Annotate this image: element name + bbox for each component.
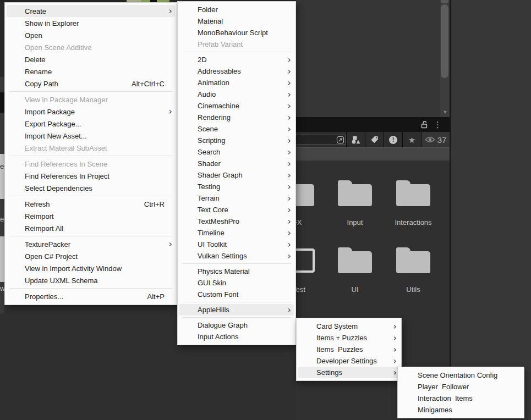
menu-item-testing[interactable]: Testing› [178, 181, 295, 192]
search-input[interactable] [296, 135, 346, 145]
menu-item-settings[interactable]: Settings› [298, 367, 399, 378]
exclamation-icon: ! [389, 136, 397, 144]
menu-separator [9, 156, 172, 156]
menu-item-label: MonoBehaviour Script [198, 29, 291, 37]
menu-item-select-dependencies[interactable]: Select Dependencies [5, 182, 177, 194]
menu-item-textmeshpro[interactable]: TextMeshPro› [178, 215, 295, 227]
menu-item-scene[interactable]: Scene› [178, 123, 295, 135]
menu-item-monobehaviour-script[interactable]: MonoBehaviour Script [178, 27, 295, 38]
menu-item-player-follower[interactable]: Player Follower [398, 381, 524, 393]
menu-item-open[interactable]: Open [5, 29, 177, 41]
tag-icon [370, 136, 379, 144]
submenu-arrow-icon: › [391, 322, 397, 331]
menu-item-label: Card System [316, 322, 389, 330]
filter-by-label-button[interactable] [365, 132, 384, 147]
menu-item-items-puzzles[interactable]: Items Puzzles› [297, 344, 401, 355]
clipped-text: e [0, 215, 4, 223]
filter-by-type-button[interactable] [347, 132, 365, 147]
menu-item-find-references-in-scene: Find References In Scene [5, 158, 177, 170]
menu-item-animation[interactable]: Animation› [178, 77, 295, 89]
menu-item-label: Find References In Scene [25, 160, 172, 168]
menu-item-cinemachine[interactable]: Cinemachine› [178, 100, 295, 112]
menu-item-update-uxml-schema[interactable]: Update UXML Schema [5, 274, 177, 286]
menu-item-dialogue-graph[interactable]: Dialogue Graph [178, 319, 295, 331]
menu-item-shader-graph[interactable]: Shader Graph› [178, 169, 295, 181]
applehills-submenu: Card System›Items + Puzzles›Items Puzzle… [296, 318, 402, 381]
menu-item-create[interactable]: Create› [7, 5, 175, 17]
submenu-arrow-icon: › [286, 171, 291, 180]
menu-item-items-puzzles[interactable]: Items + Puzzles› [297, 332, 401, 344]
console-filter-button[interactable]: ! [384, 132, 402, 147]
menu-item-copy-path[interactable]: Copy PathAlt+Ctrl+C [5, 78, 177, 90]
kebab-menu-icon[interactable]: ⋮ [434, 120, 442, 129]
visible-count: 37 [437, 135, 447, 145]
menu-item-input-actions[interactable]: Input Actions [178, 331, 295, 342]
menu-item-label: Update UXML Schema [25, 277, 172, 285]
menu-item-terrain[interactable]: Terrain› [178, 192, 295, 204]
menu-item-folder[interactable]: Folder [178, 4, 295, 15]
menu-item-rename[interactable]: Rename [5, 65, 177, 78]
menu-item-search[interactable]: Search› [178, 146, 295, 158]
menu-item-label: Cinemachine [198, 102, 283, 110]
favorites-button[interactable]: ★ [403, 132, 421, 147]
menu-item-view-in-import-activity-window[interactable]: View in Import Activity Window [5, 262, 177, 274]
menu-item-import-package[interactable]: Import Package› [5, 106, 177, 118]
menu-item-minigames[interactable]: Minigames [398, 404, 524, 416]
submenu-arrow-icon: › [286, 252, 291, 261]
open-in-new-icon[interactable] [336, 136, 344, 144]
menu-item-timeline[interactable]: Timeline› [178, 227, 295, 239]
menu-item-audio[interactable]: Audio› [178, 89, 295, 100]
folder-input[interactable] [338, 180, 372, 206]
menu-item-applehills[interactable]: AppleHills› [179, 304, 294, 316]
menu-item-scene-orientation-config[interactable]: Scene Orientation Config [398, 369, 524, 381]
scrollbar-down-button[interactable]: ▼ [442, 109, 448, 115]
menu-item-properties[interactable]: Properties...Alt+P [5, 290, 177, 302]
clipped-text: w [0, 285, 4, 292]
menu-item-label: Rename [25, 68, 172, 76]
menu-item-refresh[interactable]: RefreshCtrl+R [5, 198, 177, 210]
submenu-arrow-icon: › [286, 56, 291, 64]
menu-item-label: Physics Material [198, 267, 291, 275]
menu-item-physics-material[interactable]: Physics Material [178, 266, 295, 277]
menu-item-reimport[interactable]: Reimport [5, 210, 177, 222]
visible-items-counter[interactable]: 37 [421, 132, 450, 147]
menu-item-vulkan-settings[interactable]: Vulkan Settings› [178, 250, 295, 262]
menu-item-custom-font[interactable]: Custom Font [178, 289, 295, 300]
menu-item-find-references-in-project[interactable]: Find References In Project [5, 170, 177, 182]
menu-item-delete[interactable]: Delete [5, 53, 177, 65]
menu-item-extract-material-subasset: Extract Material SubAsset [5, 142, 177, 154]
filter-by-type-icon [352, 136, 360, 144]
menu-item-texturepacker[interactable]: TexturePacker› [5, 238, 177, 250]
submenu-arrow-icon: › [391, 334, 397, 342]
menu-item-label: Open Scene Additive [25, 43, 172, 52]
menu-item-label: Export Package... [25, 120, 172, 128]
menu-item-text-core[interactable]: Text Core› [178, 204, 295, 215]
menu-item-scripting[interactable]: Scripting› [178, 135, 295, 146]
menu-item-shader[interactable]: Shader› [178, 158, 295, 169]
menu-item-interaction-items[interactable]: Interaction Items [398, 393, 524, 404]
menu-item-export-package[interactable]: Export Package... [5, 118, 177, 130]
menu-item-developer-settings[interactable]: Developer Settings› [297, 355, 401, 367]
menu-item-label: Properties... [25, 292, 136, 301]
submenu-arrow-icon: › [391, 357, 397, 366]
menu-item-label: Refresh [25, 200, 133, 208]
menu-item-addressables[interactable]: Addressables› [178, 65, 295, 77]
menu-item-rendering[interactable]: Rendering› [178, 112, 295, 123]
menu-item-ui-toolkit[interactable]: UI Toolkit› [178, 239, 295, 250]
unlocked-icon[interactable] [421, 120, 428, 129]
menu-item-import-new-asset[interactable]: Import New Asset... [5, 130, 177, 142]
menu-item-material[interactable]: Material [178, 15, 295, 27]
menu-item-show-in-explorer[interactable]: Show in Explorer [5, 17, 177, 29]
folder-interactions[interactable] [396, 180, 430, 206]
menu-item-label: Custom Font [198, 290, 291, 299]
menu-item-open-c-project[interactable]: Open C# Project [5, 250, 177, 262]
folder-ui[interactable] [338, 247, 372, 273]
menu-item-2d[interactable]: 2D› [178, 54, 295, 65]
menu-item-gui-skin[interactable]: GUI Skin [178, 277, 295, 289]
menu-item-label: Player Follower [418, 383, 519, 391]
menu-item-reimport-all[interactable]: Reimport All [5, 222, 177, 234]
folder-label: Input [322, 218, 388, 226]
folder-utils[interactable] [396, 247, 430, 273]
scrollbar-thumb[interactable] [441, 4, 448, 78]
menu-item-card-system[interactable]: Card System› [297, 320, 401, 332]
